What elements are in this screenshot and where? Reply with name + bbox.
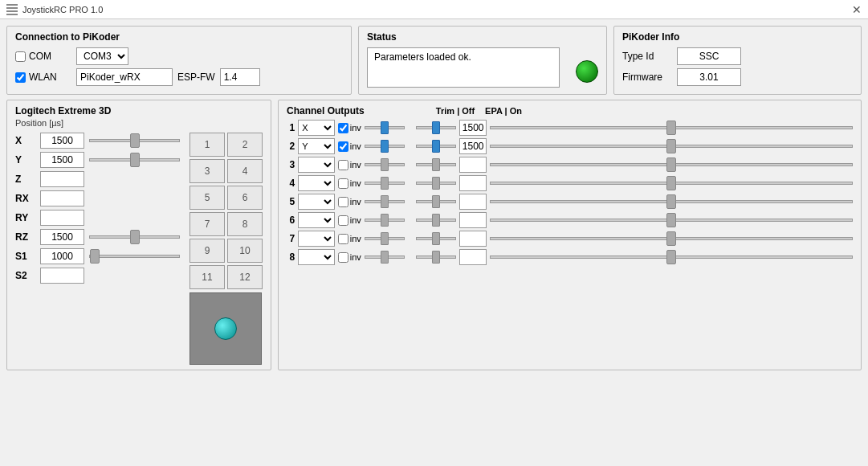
btn-11[interactable]: 11 (189, 265, 225, 289)
ch3-select[interactable] (298, 157, 335, 173)
axis-y-label: Y (15, 154, 35, 166)
ch6-select[interactable] (298, 212, 335, 228)
ch4-trim-slider[interactable] (365, 182, 405, 185)
ch2-select[interactable]: YXZ (298, 138, 335, 154)
position-label: Position [µs] (15, 118, 263, 128)
axis-x-slider[interactable] (89, 139, 180, 142)
ch4-output-slider[interactable] (490, 182, 853, 185)
btn-3[interactable]: 3 (189, 159, 225, 183)
channel-panel: Channel Outputs Trim | Off EPA | On 1 XY… (278, 100, 862, 370)
ch1-num: 1 (287, 122, 295, 133)
ch7-output-slider[interactable] (490, 237, 853, 240)
axis-s1-slider[interactable] (89, 255, 180, 258)
ch8-inv-label: inv (350, 252, 361, 262)
ch5-inv: inv (338, 197, 361, 207)
ch8-output-slider[interactable] (490, 255, 853, 259)
ch5-epa-slider[interactable] (416, 200, 456, 203)
ch2-value: 1500 (459, 138, 487, 154)
ch3-inv: inv (338, 160, 361, 170)
axis-ry-value (40, 210, 84, 226)
btn-2[interactable]: 2 (227, 133, 263, 157)
axis-y-slider[interactable] (89, 158, 180, 161)
wlan-label[interactable]: WLAN (15, 72, 71, 83)
btn-1[interactable]: 1 (189, 133, 225, 157)
ch5-select[interactable] (298, 194, 335, 210)
ch1-trim-slider[interactable] (365, 126, 405, 129)
ch1-select[interactable]: XYZ (298, 120, 335, 136)
ch3-epa-slider[interactable] (416, 163, 456, 166)
joystick-title: Logitech Extreme 3D (15, 105, 263, 117)
wlan-row: WLAN ESP-FW (15, 68, 343, 86)
com-checkbox[interactable] (15, 51, 26, 62)
wlan-checkbox[interactable] (15, 72, 26, 83)
com-label[interactable]: COM (15, 51, 71, 62)
channel-row-1: 1 XYZ inv 1500 (287, 120, 853, 136)
ch5-inv-label: inv (350, 197, 361, 206)
ch7-trim-slider[interactable] (365, 237, 405, 240)
ch2-inv-checkbox[interactable] (338, 141, 348, 152)
ch6-output-slider[interactable] (490, 219, 853, 222)
wlan-input[interactable] (76, 68, 173, 86)
ch8-epa-slider[interactable] (416, 255, 456, 259)
ch1-inv: inv (338, 123, 361, 133)
axis-row-s2: S2 (15, 268, 180, 284)
btn-6[interactable]: 6 (227, 186, 263, 210)
ch8-num: 8 (287, 251, 295, 263)
btn-10[interactable]: 10 (227, 239, 263, 263)
ch1-value: 1500 (459, 120, 487, 136)
status-box: Parameters loaded ok. (367, 47, 560, 88)
ch7-inv-checkbox[interactable] (338, 234, 348, 244)
ch3-inv-checkbox[interactable] (338, 160, 348, 170)
ch1-epa-slider[interactable] (416, 126, 456, 129)
ch5-output-slider[interactable] (490, 200, 853, 203)
firmware-row: Firmware 3.01 (622, 68, 853, 86)
ch6-epa-slider[interactable] (416, 219, 456, 222)
connection-panel: Connection to PiKoder COM COM3 WLAN ESP-… (6, 26, 352, 95)
axis-row-rz: RZ 1500 (15, 229, 180, 245)
ch8-trim-slider[interactable] (365, 255, 405, 259)
ch6-trim-slider[interactable] (365, 219, 405, 222)
ch5-inv-checkbox[interactable] (338, 197, 348, 207)
ch1-inv-checkbox[interactable] (338, 123, 348, 133)
ch2-trim-slider[interactable] (365, 145, 405, 148)
ch4-select[interactable] (298, 175, 335, 191)
btn-8[interactable]: 8 (227, 212, 263, 236)
ch7-epa-slider[interactable] (416, 237, 456, 240)
ch6-num: 6 (287, 215, 295, 226)
ch6-inv-checkbox[interactable] (338, 215, 348, 226)
axis-z-label: Z (15, 174, 35, 185)
channel-row-2: 2 YXZ inv 1500 (287, 138, 853, 154)
ch8-value (459, 249, 487, 265)
esp-fw-input[interactable] (220, 68, 260, 86)
ch5-trim-slider[interactable] (365, 200, 405, 203)
btn-12[interactable]: 12 (227, 265, 263, 289)
close-button[interactable]: ✕ (852, 3, 862, 16)
axis-row-x: X 1500 (15, 133, 180, 149)
axis-s2-label: S2 (15, 270, 35, 281)
btn-9[interactable]: 9 (189, 239, 225, 263)
btn-7[interactable]: 7 (189, 212, 225, 236)
axis-y-slider-container (89, 158, 180, 161)
ch2-epa-slider[interactable] (416, 145, 456, 148)
channel-row-3: 3 inv (287, 157, 853, 173)
ch7-select[interactable] (298, 231, 335, 247)
ch1-output-slider[interactable] (490, 126, 853, 129)
ch2-output-slider[interactable] (490, 145, 853, 148)
status-led (576, 60, 598, 83)
axis-z-value (40, 171, 84, 187)
ch3-value (459, 157, 487, 173)
ch4-inv-checkbox[interactable] (338, 178, 348, 189)
com-select[interactable]: COM3 (76, 47, 128, 65)
axis-s1-slider-container (89, 255, 180, 258)
btn-4[interactable]: 4 (227, 159, 263, 183)
title-bar-left: JoystickRC PRO 1.0 (6, 4, 103, 15)
ch4-epa-slider[interactable] (416, 182, 456, 185)
ch3-trim-slider[interactable] (365, 163, 405, 166)
btn-5[interactable]: 5 (189, 186, 225, 210)
axis-rx-label: RX (15, 193, 35, 204)
ch8-inv-checkbox[interactable] (338, 252, 348, 263)
ch3-output-slider[interactable] (490, 163, 853, 166)
ch8-select[interactable] (298, 249, 335, 265)
firmware-label: Firmware (622, 72, 670, 83)
axis-rz-slider[interactable] (89, 235, 180, 239)
